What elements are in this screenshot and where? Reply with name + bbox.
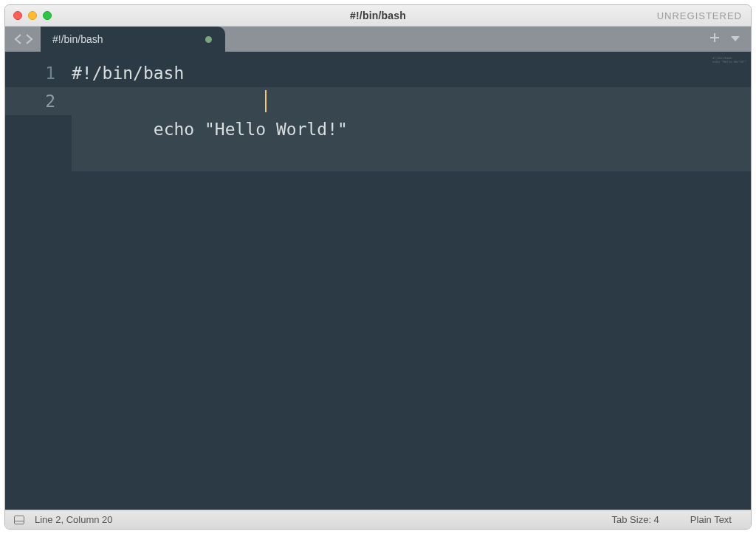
nav-back-icon[interactable] <box>14 34 23 44</box>
code-line[interactable]: #!/bin/bash <box>72 59 751 87</box>
tab-bar: #!/bin/bash <box>5 27 751 52</box>
text-cursor <box>265 90 267 112</box>
plus-icon[interactable] <box>709 32 720 46</box>
registration-state-label: UNREGISTERED <box>657 10 751 21</box>
code-line[interactable]: echo "Hello World!" <box>72 87 751 171</box>
cursor-position-label[interactable]: Line 2, Column 20 <box>35 514 113 525</box>
minimize-window-button[interactable] <box>28 11 37 20</box>
tab-active[interactable]: #!/bin/bash <box>41 27 225 52</box>
line-number: 2 <box>5 87 72 115</box>
code-text: echo "Hello World!" <box>154 120 348 139</box>
editor-window: #!/bin/bash UNREGISTERED #!/bin/bash <box>4 4 752 530</box>
minimap[interactable]: #!/bin/bashecho "Hello World!" <box>712 56 746 64</box>
code-area[interactable]: #!/bin/bash echo "Hello World!" #!/bin/b… <box>72 52 751 510</box>
window-title: #!/bin/bash <box>350 10 406 21</box>
syntax-mode-label[interactable]: Plain Text <box>680 514 742 525</box>
triangle-down-icon[interactable] <box>730 32 740 46</box>
nav-arrows <box>5 27 41 52</box>
close-window-button[interactable] <box>13 11 22 20</box>
editor-area[interactable]: 1 2 #!/bin/bash echo "Hello World!" #!/b… <box>5 52 751 510</box>
line-number: 1 <box>5 59 72 87</box>
nav-forward-icon[interactable] <box>24 34 33 44</box>
tab-bar-actions <box>709 27 751 52</box>
tab-size-label[interactable]: Tab Size: 4 <box>602 514 670 525</box>
tab-bar-spacer <box>225 27 709 52</box>
maximize-window-button[interactable] <box>43 11 52 20</box>
gutter: 1 2 <box>5 52 72 510</box>
tab-title: #!/bin/bash <box>52 33 103 45</box>
titlebar: #!/bin/bash UNREGISTERED <box>5 5 751 27</box>
panel-toggle-icon[interactable] <box>14 516 24 524</box>
status-bar: Line 2, Column 20 Tab Size: 4 Plain Text <box>5 510 751 529</box>
traffic-lights <box>5 11 52 20</box>
tab-dirty-indicator-icon <box>205 36 212 43</box>
